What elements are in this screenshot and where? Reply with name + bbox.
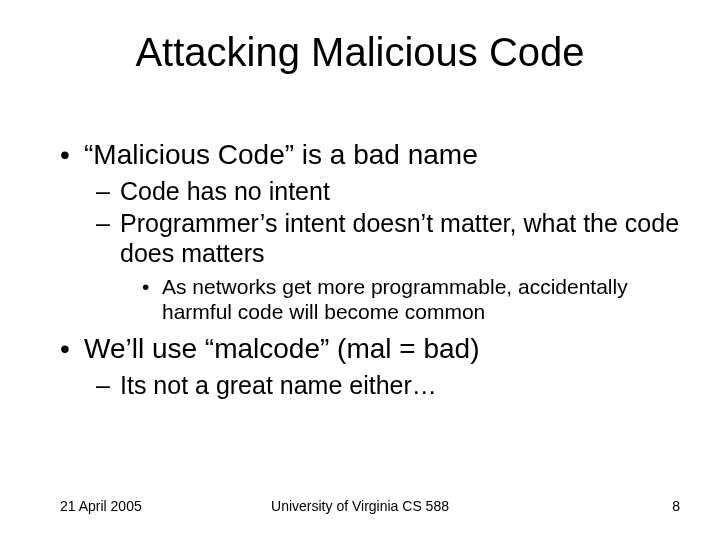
slide-body: “Malicious Code” is a bad name Code has … bbox=[60, 130, 680, 402]
bullet-level2: Its not a great name either… bbox=[96, 370, 680, 400]
footer-page-number: 8 bbox=[672, 498, 680, 514]
bullet-level1: “Malicious Code” is a bad name bbox=[60, 138, 680, 172]
slide: Attacking Malicious Code “Malicious Code… bbox=[0, 0, 720, 540]
bullet-level3: As networks get more programmable, accid… bbox=[142, 274, 680, 324]
bullet-level2: Code has no intent bbox=[96, 176, 680, 206]
bullet-level2: Programmer’s intent doesn’t matter, what… bbox=[96, 208, 680, 268]
slide-title: Attacking Malicious Code bbox=[0, 30, 720, 75]
footer-center: University of Virginia CS 588 bbox=[0, 498, 720, 514]
bullet-level1: We’ll use “malcode” (mal = bad) bbox=[60, 332, 680, 366]
